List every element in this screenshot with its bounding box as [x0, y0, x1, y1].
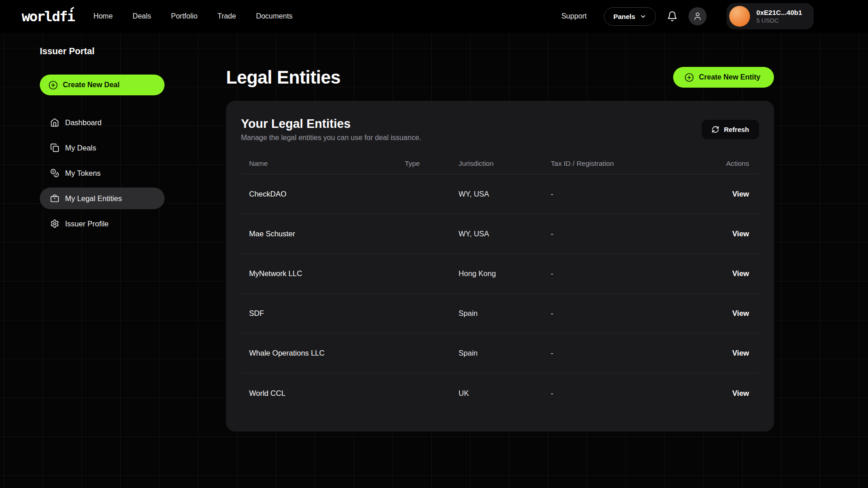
create-new-deal-button[interactable]: Create New Deal [40, 75, 165, 95]
view-link[interactable]: View [732, 190, 749, 198]
legal-entities-card: Your Legal Entities Manage the legal ent… [226, 101, 774, 432]
column-header-actions: Actions [676, 160, 759, 168]
create-new-entity-button[interactable]: Create New Entity [673, 67, 774, 88]
table-row: SDF Spain - View [241, 294, 759, 333]
page-title: Legal Entities [226, 67, 340, 88]
sidebar-nav: Dashboard My Deals My Tokens My Legal En… [40, 112, 165, 235]
view-link[interactable]: View [732, 269, 749, 277]
table-row: World CCL UK - View [241, 373, 759, 413]
table-row: Whale Operations LLC Spain - View [241, 333, 759, 373]
refresh-label: Refresh [724, 126, 749, 133]
entity-tax-id: - [551, 309, 676, 318]
entity-jurisdiction: UK [458, 389, 551, 398]
table-row: CheckDAO WY, USA - View [241, 174, 759, 214]
entity-tax-id: - [551, 389, 676, 398]
entity-name: Whale Operations LLC [241, 349, 405, 357]
plus-circle-icon [684, 73, 694, 82]
notifications-button[interactable] [667, 11, 678, 22]
refresh-button[interactable]: Refresh [702, 120, 759, 139]
entity-tax-id: - [551, 190, 676, 198]
entity-jurisdiction: Spain [458, 349, 551, 357]
column-header-tax-id: Tax ID / Registration [551, 160, 676, 168]
topbar-right: Support Panels 0xE21C...40b1 [561, 3, 814, 29]
sidebar-item-my-tokens[interactable]: My Tokens [40, 162, 165, 184]
issuer-portal-screen: worldfi Home Deals Portfolio Trade Docum… [0, 0, 868, 488]
view-link[interactable]: View [732, 389, 749, 397]
wallet-info: 0xE21C...40b1 5 USDC [756, 9, 802, 24]
view-link[interactable]: View [732, 349, 749, 357]
nav-home[interactable]: Home [94, 12, 113, 20]
entity-jurisdiction: WY, USA [458, 190, 551, 198]
user-icon [693, 12, 702, 21]
nav-deals[interactable]: Deals [132, 12, 151, 20]
documents-icon [50, 143, 59, 152]
wallet-address: 0xE21C...40b1 [756, 9, 802, 16]
gear-icon [50, 219, 59, 228]
coins-icon [50, 169, 59, 178]
portal-title: Issuer Portal [40, 46, 165, 56]
card-subtitle: Manage the legal entities you can use fo… [241, 134, 421, 142]
plus-circle-icon [48, 80, 58, 90]
card-header: Your Legal Entities Manage the legal ent… [241, 117, 759, 142]
table-row: Mae Schuster WY, USA - View [241, 214, 759, 254]
column-header-type: Type [405, 160, 458, 168]
card-header-text: Your Legal Entities Manage the legal ent… [241, 117, 421, 142]
card-title: Your Legal Entities [241, 117, 421, 131]
main-content: Legal Entities Create New Entity Your Le… [226, 33, 774, 432]
entity-jurisdiction: Hong Kong [458, 269, 551, 278]
entity-jurisdiction: WY, USA [458, 230, 551, 238]
wallet-balance: 5 USDC [756, 17, 802, 24]
refresh-icon [712, 126, 719, 133]
wallet-chip[interactable]: 0xE21C...40b1 5 USDC [726, 3, 814, 29]
entity-name: Mae Schuster [241, 230, 405, 238]
legal-entities-table: Name Type Jurisdiction Tax ID / Registra… [241, 153, 759, 413]
nav-documents[interactable]: Documents [256, 12, 292, 20]
nav-trade[interactable]: Trade [217, 12, 236, 20]
sidebar-item-issuer-profile[interactable]: Issuer Profile [40, 213, 165, 235]
table-header-row: Name Type Jurisdiction Tax ID / Registra… [241, 153, 759, 174]
entity-jurisdiction: Spain [458, 309, 551, 318]
wallet-avatar [729, 6, 750, 27]
table-row: MyNetwork LLC Hong Kong - View [241, 254, 759, 294]
entity-name: MyNetwork LLC [241, 269, 405, 278]
entity-name: SDF [241, 309, 405, 318]
bell-icon [667, 11, 678, 22]
chevron-down-icon [640, 13, 646, 20]
user-avatar[interactable] [689, 7, 707, 25]
sidebar-item-label: My Deals [65, 144, 96, 152]
entity-tax-id: - [551, 269, 676, 278]
sidebar-item-label: Issuer Profile [65, 220, 108, 228]
panels-dropdown[interactable]: Panels [604, 7, 656, 26]
sidebar-item-my-legal-entities[interactable]: My Legal Entities [40, 188, 165, 209]
main-header: Legal Entities Create New Entity [226, 67, 774, 88]
create-new-entity-label: Create New Entity [699, 73, 760, 81]
worldfi-logo[interactable]: worldfi [22, 9, 75, 23]
create-new-deal-label: Create New Deal [63, 81, 119, 89]
home-icon [50, 118, 59, 127]
briefcase-icon [50, 194, 59, 203]
top-nav: Home Deals Portfolio Trade Documents [94, 12, 292, 20]
entity-tax-id: - [551, 230, 676, 238]
top-bar: worldfi Home Deals Portfolio Trade Docum… [0, 0, 868, 33]
entity-name: World CCL [241, 389, 405, 398]
sidebar-item-dashboard[interactable]: Dashboard [40, 112, 165, 133]
sidebar-item-label: My Tokens [65, 169, 101, 178]
view-link[interactable]: View [732, 230, 749, 238]
view-link[interactable]: View [732, 309, 749, 317]
column-header-jurisdiction: Jurisdiction [458, 160, 551, 168]
sidebar: Issuer Portal Create New Deal Dashboard … [0, 33, 186, 235]
entity-tax-id: - [551, 349, 676, 357]
sidebar-item-label: My Legal Entities [65, 194, 122, 203]
entity-name: CheckDAO [241, 190, 405, 198]
support-link[interactable]: Support [561, 12, 587, 20]
panels-label: Panels [613, 13, 635, 20]
column-header-name: Name [241, 160, 405, 168]
nav-portfolio[interactable]: Portfolio [171, 12, 198, 20]
sidebar-item-my-deals[interactable]: My Deals [40, 137, 165, 159]
sidebar-item-label: Dashboard [65, 118, 102, 127]
